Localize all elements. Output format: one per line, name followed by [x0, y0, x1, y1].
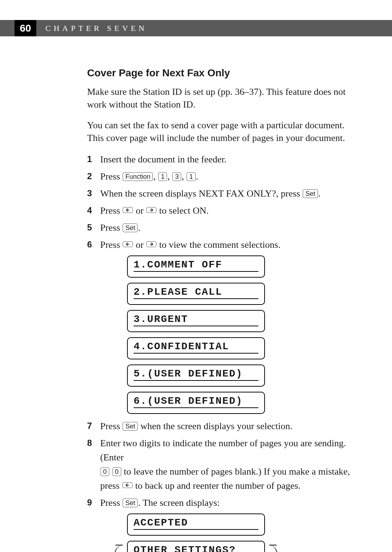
- key-1: 1: [187, 172, 195, 181]
- lcd-wrap: ACCEPTED: [127, 513, 265, 536]
- text-fragment: or: [133, 239, 146, 250]
- step-text: Press Set.: [100, 221, 363, 235]
- step-text: When the screen displays NEXT FAX ONLY?,…: [100, 186, 363, 201]
- lcd-text: 5.(USER DEFINED): [134, 368, 243, 379]
- section-title: Cover Page for Next Fax Only: [87, 67, 363, 79]
- lcd-comment-options: 1.COMMENT OFF 2.PLEASE CALL 3.URGENT 4.C…: [127, 255, 363, 414]
- key-function: Function: [123, 172, 153, 181]
- key-set: Set: [123, 223, 138, 232]
- step-text: Press or to select ON.: [100, 204, 363, 218]
- step-number: 3: [87, 187, 96, 200]
- left-arrow-icon: [122, 482, 132, 488]
- step-number: 5: [87, 221, 96, 234]
- page-root: 60 CHAPTER SEVEN Cover Page for Next Fax…: [0, 0, 392, 552]
- step-number: 4: [87, 204, 96, 217]
- text-fragment: .: [318, 188, 321, 199]
- lcd-text: OTHER SETTINGS?: [134, 544, 236, 552]
- steps-list: 1 Insert the document in the feeder. 2 P…: [87, 152, 363, 552]
- lcd-display: 5.(USER DEFINED): [127, 364, 265, 387]
- step-4: 4 Press or to select ON.: [87, 204, 363, 218]
- step-text: Press Function, 1, 3, 1.: [100, 169, 363, 184]
- text-fragment: Press: [100, 239, 122, 250]
- connector-arc-right: [265, 545, 277, 552]
- right-arrow-icon: [146, 207, 156, 213]
- lcd-text: 1.COMMENT OFF: [134, 259, 222, 270]
- intro-paragraph-2: You can set the fax to send a cover page…: [87, 119, 363, 144]
- lcd-display: OTHER SETTINGS?: [127, 541, 265, 552]
- lcd-text: 4.CONFIDENTIAL: [134, 341, 229, 352]
- lcd-text: ACCEPTED: [134, 517, 188, 528]
- chapter-label: CHAPTER SEVEN: [45, 20, 147, 36]
- step-3: 3 When the screen displays NEXT FAX ONLY…: [87, 186, 363, 201]
- step-number: 9: [87, 496, 96, 509]
- key-0: 0: [101, 467, 109, 476]
- step-8: 8 Enter two digits to indicate the numbe…: [87, 436, 363, 493]
- lcd-text: 6.(USER DEFINED): [134, 395, 243, 407]
- key-1: 1: [158, 172, 167, 181]
- step-9: 9 Press Set. The screen displays:: [87, 496, 363, 510]
- step-1: 1 Insert the document in the feeder.: [87, 152, 363, 166]
- text-fragment: .: [196, 171, 199, 182]
- lcd-display: 1.COMMENT OFF: [127, 255, 265, 278]
- lcd-final-group: ACCEPTED OTHER SETTINGS? 1.YES 2.NO: [127, 513, 363, 552]
- step-number: 1: [87, 153, 96, 166]
- step-6: 6 Press or to view the comment selection…: [87, 238, 363, 252]
- lcd-text: 3.URGENT: [134, 314, 188, 325]
- step-text: Press Set when the screen displays your …: [100, 419, 363, 433]
- text-fragment: Press: [100, 497, 122, 508]
- left-arrow-icon: [123, 207, 133, 213]
- step-text: Insert the document in the feeder.: [100, 152, 363, 166]
- step-number: 7: [87, 419, 96, 432]
- text-fragment: . The screen displays:: [138, 497, 220, 508]
- key-3: 3: [172, 172, 181, 181]
- step-2: 2 Press Function, 1, 3, 1.: [87, 169, 363, 184]
- step-7: 7 Press Set when the screen displays you…: [87, 419, 363, 433]
- lcd-display: 6.(USER DEFINED): [127, 392, 265, 414]
- lcd-display: ACCEPTED: [127, 513, 265, 536]
- text-fragment: to view the comment selections.: [157, 239, 281, 250]
- text-fragment: Press: [100, 421, 122, 431]
- key-set: Set: [123, 422, 138, 431]
- text-fragment: When the screen displays NEXT FAX ONLY?,…: [100, 188, 302, 199]
- text-fragment: Enter two digits to indicate the number …: [100, 438, 346, 463]
- text-fragment: .: [138, 222, 140, 233]
- step-number: 2: [87, 170, 96, 183]
- lcd-text: 2.PLEASE CALL: [134, 286, 222, 298]
- content-area: Cover Page for Next Fax Only Make sure t…: [87, 67, 363, 552]
- right-arrow-icon: [146, 241, 156, 247]
- text-fragment: to select ON.: [157, 205, 209, 216]
- text-fragment: ,: [167, 171, 172, 182]
- text-fragment: to back up and reenter the number of pag…: [133, 480, 301, 491]
- step-text: Press or to view the comment selections.: [100, 238, 363, 252]
- left-arrow-icon: [123, 241, 133, 247]
- step-number: 8: [87, 436, 96, 450]
- key-set: Set: [123, 499, 138, 507]
- page-number: 60: [15, 20, 36, 36]
- lcd-wrap: OTHER SETTINGS?: [127, 541, 265, 552]
- text-fragment: Press: [100, 222, 122, 233]
- text-fragment: Press: [100, 171, 122, 182]
- step-text: Press Set. The screen displays:: [100, 496, 363, 510]
- step-5: 5 Press Set.: [87, 221, 363, 235]
- lcd-display: 2.PLEASE CALL: [127, 283, 265, 305]
- lcd-display: 4.CONFIDENTIAL: [127, 337, 265, 359]
- connector-arc-left: [115, 545, 127, 552]
- key-set: Set: [303, 189, 318, 198]
- step-number: 6: [87, 238, 96, 251]
- text-fragment: ,: [181, 171, 186, 182]
- intro-paragraph-1: Make sure the Station ID is set up (pp. …: [87, 85, 363, 111]
- text-fragment: ,: [153, 171, 158, 182]
- lcd-display: 3.URGENT: [127, 310, 265, 332]
- text-fragment: or: [133, 205, 146, 216]
- key-0: 0: [113, 467, 121, 476]
- text-fragment: when the screen displays your selection.: [138, 421, 292, 431]
- step-text: Enter two digits to indicate the number …: [100, 436, 363, 493]
- text-fragment: Press: [100, 205, 122, 216]
